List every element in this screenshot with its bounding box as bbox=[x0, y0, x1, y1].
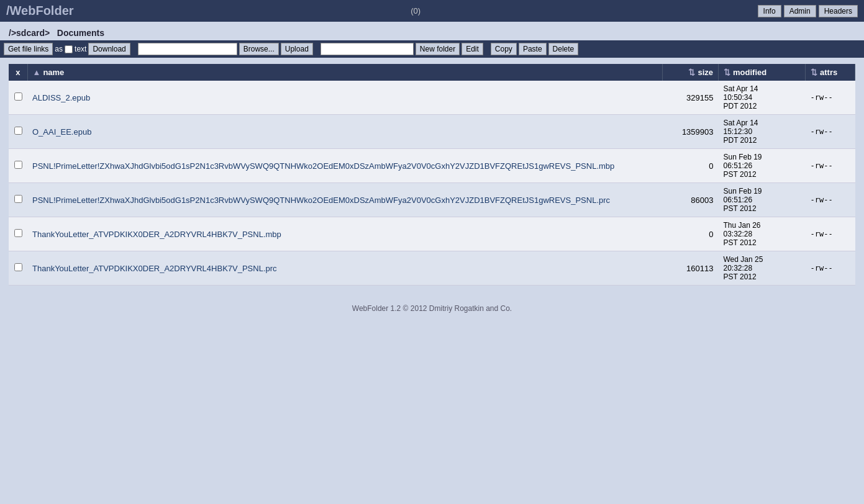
row-size: 0 bbox=[663, 217, 719, 251]
as-text-checkbox[interactable] bbox=[65, 45, 73, 53]
download-button[interactable]: Download bbox=[88, 43, 130, 55]
header-counter: (0) bbox=[411, 6, 421, 16]
row-name[interactable]: ThankYouLetter_ATVPDKIKX0DER_A2DRYVRL4HB… bbox=[27, 217, 663, 251]
row-size: 329155 bbox=[663, 81, 719, 115]
row-name[interactable]: PSNL!PrimeLetter!ZXhwaXJhdGlvbi5odG1sP2N… bbox=[27, 183, 663, 217]
row-attrs: -rw-- bbox=[806, 183, 855, 217]
file-table-body: ALDISS_2.epub329155Sat Apr 14 10:50:34 P… bbox=[9, 81, 855, 286]
table-row: PSNL!PrimeLetter!ZXhwaXJhdGlvbi5odG1sP2N… bbox=[9, 149, 855, 183]
row-checkbox-cell bbox=[9, 217, 27, 251]
breadcrumb: />sdcard> Documents bbox=[0, 22, 864, 40]
browse-button[interactable]: Browse... bbox=[239, 43, 279, 55]
row-attrs: -rw-- bbox=[806, 217, 855, 251]
table-row: O_AAI_EE.epub1359903Sat Apr 14 15:12:30 … bbox=[9, 115, 855, 149]
copy-button[interactable]: Copy bbox=[491, 43, 517, 55]
row-checkbox-cell bbox=[9, 115, 27, 149]
footer: WebFolder 1.2 © 2012 Dmitriy Rogatkin an… bbox=[0, 292, 864, 325]
new-folder-button[interactable]: New folder bbox=[416, 43, 460, 55]
col-header-attrs[interactable]: ⇅attrs bbox=[806, 64, 855, 81]
breadcrumb-path: />sdcard> bbox=[9, 28, 50, 38]
row-checkbox[interactable] bbox=[14, 127, 22, 135]
row-attrs: -rw-- bbox=[806, 115, 855, 149]
row-size: 86003 bbox=[663, 183, 719, 217]
toolbar: Get file links as text Download Browse..… bbox=[0, 40, 864, 58]
row-checkbox[interactable] bbox=[14, 263, 22, 271]
col-header-size[interactable]: ⇅size bbox=[663, 64, 719, 81]
row-checkbox-cell bbox=[9, 81, 27, 115]
info-button[interactable]: Info bbox=[758, 5, 781, 17]
logo-text: WebFolder bbox=[10, 4, 74, 17]
header-buttons: Info Admin Headers bbox=[758, 5, 858, 17]
row-attrs: -rw-- bbox=[806, 251, 855, 286]
app-logo: /WebFolder bbox=[6, 4, 74, 18]
edit-button[interactable]: Edit bbox=[462, 43, 483, 55]
paste-button[interactable]: Paste bbox=[519, 43, 547, 55]
col-header-modified[interactable]: ⇅modified bbox=[719, 64, 806, 81]
col-header-x: x bbox=[9, 64, 27, 81]
delete-button[interactable]: Delete bbox=[548, 43, 579, 55]
upload-button[interactable]: Upload bbox=[281, 43, 313, 55]
header-bar: /WebFolder (0) Info Admin Headers bbox=[0, 0, 864, 22]
row-attrs: -rw-- bbox=[806, 149, 855, 183]
row-attrs: -rw-- bbox=[806, 81, 855, 115]
row-name[interactable]: PSNL!PrimeLetter!ZXhwaXJhdGlvbi5odG1sP2N… bbox=[27, 149, 663, 183]
headers-button[interactable]: Headers bbox=[819, 5, 858, 17]
file-link[interactable]: PSNL!PrimeLetter!ZXhwaXJhdGlvbi5odG1sP2N… bbox=[32, 161, 614, 171]
file-table: x ▲name ⇅size ⇅modified ⇅attrs ALDISS_2.… bbox=[9, 64, 855, 286]
row-size: 160113 bbox=[663, 251, 719, 286]
row-checkbox[interactable] bbox=[14, 229, 22, 237]
copy-path-input[interactable] bbox=[321, 43, 414, 55]
table-row: PSNL!PrimeLetter!ZXhwaXJhdGlvbi5odG1sP2N… bbox=[9, 183, 855, 217]
row-checkbox[interactable] bbox=[14, 92, 22, 101]
row-size: 0 bbox=[663, 149, 719, 183]
footer-text: WebFolder 1.2 © 2012 Dmitriy Rogatkin an… bbox=[352, 304, 512, 313]
get-file-links-button[interactable]: Get file links bbox=[4, 43, 53, 55]
row-modified: Thu Jan 26 03:32:28 PST 2012 bbox=[719, 217, 806, 251]
row-modified: Sun Feb 19 06:51:26 PST 2012 bbox=[719, 149, 806, 183]
table-row: ThankYouLetter_ATVPDKIKX0DER_A2DRYVRL4HB… bbox=[9, 251, 855, 286]
row-checkbox-cell bbox=[9, 149, 27, 183]
row-modified: Sat Apr 14 10:50:34 PDT 2012 bbox=[719, 81, 806, 115]
row-name[interactable]: ALDISS_2.epub bbox=[27, 81, 663, 115]
row-modified: Wed Jan 25 20:32:28 PST 2012 bbox=[719, 251, 806, 286]
file-link[interactable]: ThankYouLetter_ATVPDKIKX0DER_A2DRYVRL4HB… bbox=[32, 264, 277, 273]
row-name[interactable]: O_AAI_EE.epub bbox=[27, 115, 663, 149]
row-name[interactable]: ThankYouLetter_ATVPDKIKX0DER_A2DRYVRL4HB… bbox=[27, 251, 663, 286]
row-modified: Sat Apr 14 15:12:30 PDT 2012 bbox=[719, 115, 806, 149]
table-row: ThankYouLetter_ATVPDKIKX0DER_A2DRYVRL4HB… bbox=[9, 217, 855, 251]
upload-path-input[interactable] bbox=[138, 43, 237, 55]
file-link[interactable]: O_AAI_EE.epub bbox=[32, 127, 91, 137]
table-row: ALDISS_2.epub329155Sat Apr 14 10:50:34 P… bbox=[9, 81, 855, 115]
as-text-label: as text bbox=[55, 45, 86, 53]
row-checkbox-cell bbox=[9, 183, 27, 217]
col-header-name[interactable]: ▲name bbox=[27, 64, 663, 81]
row-checkbox[interactable] bbox=[14, 195, 22, 203]
breadcrumb-folder: Documents bbox=[57, 28, 104, 38]
row-checkbox[interactable] bbox=[14, 161, 22, 169]
row-modified: Sun Feb 19 06:51:26 PST 2012 bbox=[719, 183, 806, 217]
table-header-row: x ▲name ⇅size ⇅modified ⇅attrs bbox=[9, 64, 855, 81]
file-link[interactable]: ThankYouLetter_ATVPDKIKX0DER_A2DRYVRL4HB… bbox=[32, 230, 281, 239]
row-size: 1359903 bbox=[663, 115, 719, 149]
row-checkbox-cell bbox=[9, 251, 27, 286]
admin-button[interactable]: Admin bbox=[784, 5, 816, 17]
file-table-container: x ▲name ⇅size ⇅modified ⇅attrs ALDISS_2.… bbox=[9, 64, 855, 286]
file-link[interactable]: ALDISS_2.epub bbox=[32, 93, 90, 102]
file-link[interactable]: PSNL!PrimeLetter!ZXhwaXJhdGlvbi5odG1sP2N… bbox=[32, 196, 610, 205]
